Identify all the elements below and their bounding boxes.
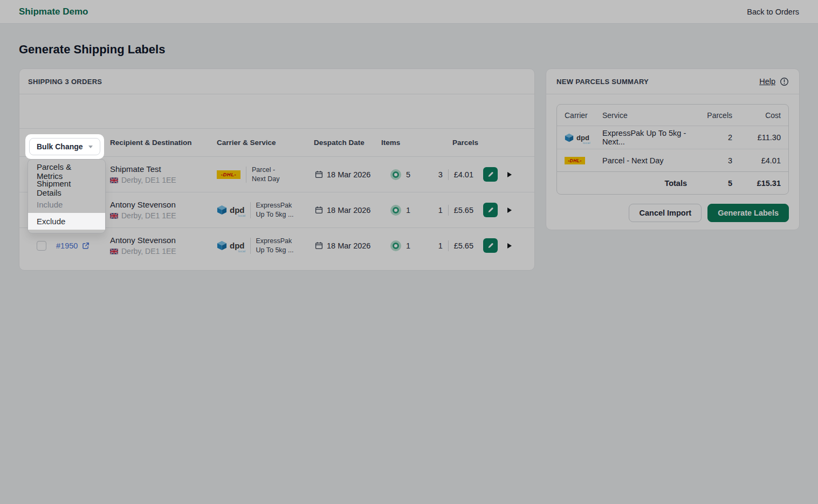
menu-item-exclude[interactable]: Exclude [28,213,105,230]
bulk-change-spotlight: Bulk Change [25,134,104,159]
tour-dim-overlay [0,0,818,504]
bulk-change-label: Bulk Change [37,142,83,151]
caret-down-icon [88,146,93,148]
bulk-change-button[interactable]: Bulk Change [29,138,100,155]
